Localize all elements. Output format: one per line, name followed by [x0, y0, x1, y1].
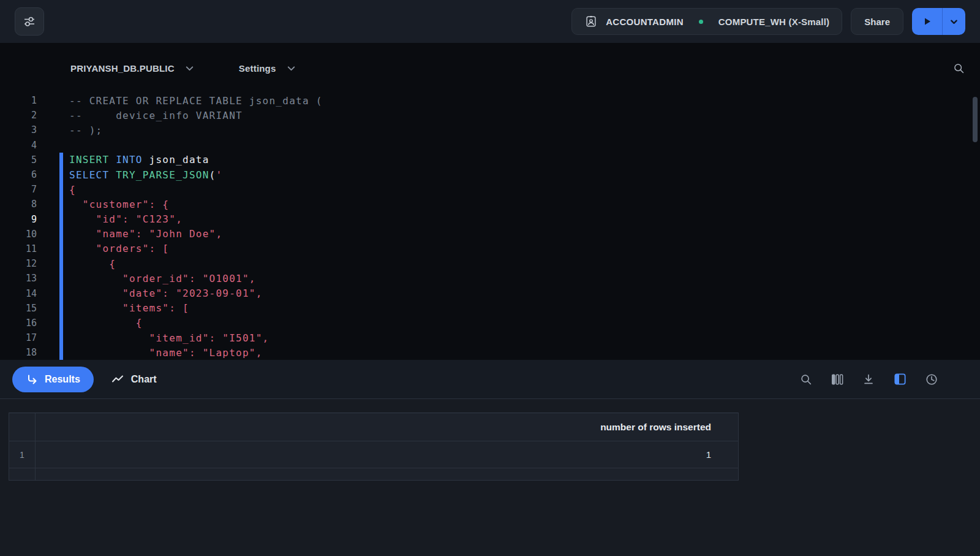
worksheet-options-button[interactable] — [15, 7, 44, 36]
run-button[interactable] — [912, 8, 942, 35]
active-statement-bar — [59, 271, 63, 286]
code-line[interactable]: 6SELECT TRY_PARSE_JSON(' — [0, 167, 980, 182]
code-line[interactable]: 18 "name": "Laptop", — [0, 345, 980, 360]
code-editor[interactable]: 1-- CREATE OR REPLACE TABLE json_data (2… — [0, 93, 980, 360]
code-line[interactable]: 10 "name": "John Doe", — [0, 227, 980, 242]
statement-gutter — [37, 271, 69, 286]
search-results-button[interactable] — [799, 373, 813, 386]
code-line[interactable]: 16 { — [0, 316, 980, 330]
statement-gutter — [37, 301, 69, 316]
download-results-button[interactable] — [862, 373, 875, 386]
table-header-row: number of rows inserted — [9, 413, 738, 441]
active-statement-bar — [59, 197, 63, 211]
code-line[interactable]: 9 "id": "C123", — [0, 212, 980, 227]
row-number-header — [9, 413, 36, 441]
code-line[interactable]: 5INSERT INTO json_data — [0, 153, 980, 167]
statement-gutter — [37, 167, 69, 182]
line-number: 12 — [0, 258, 37, 269]
columns-button[interactable] — [831, 373, 844, 386]
line-number: 9 — [0, 214, 37, 225]
active-statement-bar — [59, 330, 63, 345]
split-view-button[interactable] — [893, 372, 907, 386]
active-statement-bar — [59, 182, 63, 197]
code-line[interactable]: 11 "orders": [ — [0, 242, 980, 256]
active-statement-bar — [59, 286, 63, 300]
results-tab-label: Results — [45, 374, 80, 385]
statement-gutter — [37, 316, 69, 330]
warehouse-status-dot — [699, 20, 703, 24]
code-text: INSERT INTO json_data — [69, 154, 209, 166]
editor-search-button[interactable] — [952, 62, 965, 75]
active-statement-bar — [59, 256, 63, 271]
code-line[interactable]: 14 "date": "2023-09-01", — [0, 286, 980, 300]
tab-results[interactable]: Results — [12, 367, 94, 392]
code-text: SELECT TRY_PARSE_JSON(' — [69, 169, 222, 181]
database-schema-selector[interactable]: PRIYANSH_DB.PUBLIC — [70, 63, 195, 74]
code-editor-lines: 1-- CREATE OR REPLACE TABLE json_data (2… — [0, 93, 980, 360]
code-text: -- CREATE OR REPLACE TABLE json_data ( — [69, 95, 323, 107]
results-toolbar: Results Chart — [0, 360, 980, 399]
code-text: "name": "John Doe", — [69, 228, 222, 240]
line-number: 17 — [0, 332, 37, 343]
active-statement-bar — [59, 167, 63, 182]
statement-gutter — [37, 182, 69, 197]
results-table: number of rows inserted 1 1 — [9, 413, 739, 481]
line-number: 5 — [0, 154, 37, 166]
line-number: 18 — [0, 347, 37, 358]
code-line[interactable]: 17 "item_id": "I501", — [0, 330, 980, 345]
settings-selector[interactable]: Settings — [239, 63, 296, 74]
chevron-down-icon — [286, 63, 296, 74]
editor-scrollbar[interactable] — [973, 97, 978, 142]
sliders-icon — [22, 14, 37, 29]
table-row[interactable]: 1 1 — [9, 441, 738, 468]
line-number: 10 — [0, 229, 37, 240]
row-number-cell: 1 — [9, 441, 36, 468]
query-history-button[interactable] — [925, 373, 938, 386]
play-icon — [922, 17, 932, 26]
statement-gutter — [37, 153, 69, 167]
chevron-down-icon — [949, 17, 959, 26]
code-line[interactable]: 4 — [0, 138, 980, 153]
chart-line-icon — [111, 373, 124, 386]
code-text: "id": "C123", — [69, 213, 183, 225]
code-line[interactable]: 13 "order_id": "O1001", — [0, 271, 980, 286]
role-label: ACCOUNTADMIN — [606, 17, 684, 27]
line-number: 13 — [0, 273, 37, 284]
settings-label: Settings — [239, 63, 276, 74]
share-button[interactable]: Share — [851, 8, 903, 35]
statement-gutter — [37, 345, 69, 360]
top-bar: ACCOUNTADMIN COMPUTE_WH (X-Small) Share — [0, 0, 980, 43]
statement-gutter — [37, 197, 69, 211]
results-body: number of rows inserted 1 1 Query Detail… — [0, 399, 980, 556]
table-stub-row — [9, 468, 738, 480]
sql-editor: PRIYANSH_DB.PUBLIC Settings 1-- CREATE O… — [0, 43, 980, 360]
code-line[interactable]: 15 "items": [ — [0, 301, 980, 316]
line-number: 1 — [0, 95, 37, 106]
code-line[interactable]: 3-- ); — [0, 123, 980, 137]
role-badge-icon — [584, 15, 598, 28]
active-statement-bar — [59, 316, 63, 330]
warehouse-label: COMPUTE_WH (X-Small) — [718, 17, 830, 27]
column-header: number of rows inserted — [36, 413, 738, 441]
line-number: 7 — [0, 184, 37, 195]
code-text: "orders": [ — [69, 243, 169, 254]
code-line[interactable]: 12 { — [0, 256, 980, 271]
code-text: "order_id": "O1001", — [69, 273, 256, 284]
statement-gutter — [37, 123, 69, 137]
table-cell[interactable]: 1 — [36, 441, 738, 468]
statement-gutter — [37, 256, 69, 271]
active-statement-bar — [59, 301, 63, 316]
tab-chart[interactable]: Chart — [111, 373, 157, 386]
context-selector[interactable]: ACCOUNTADMIN COMPUTE_WH (X-Small) — [571, 8, 842, 35]
code-line[interactable]: 2-- device_info VARIANT — [0, 108, 980, 123]
statement-gutter — [37, 330, 69, 345]
code-line[interactable]: 1-- CREATE OR REPLACE TABLE json_data ( — [0, 93, 980, 108]
code-text: { — [69, 317, 143, 329]
code-line[interactable]: 7{ — [0, 182, 980, 197]
code-text: "customer": { — [69, 199, 169, 210]
database-schema-label: PRIYANSH_DB.PUBLIC — [70, 63, 175, 74]
code-text: "date": "2023-09-01", — [69, 288, 263, 299]
code-line[interactable]: 8 "customer": { — [0, 197, 980, 211]
results-toolbar-icons — [799, 372, 965, 386]
run-options-button[interactable] — [943, 8, 965, 35]
